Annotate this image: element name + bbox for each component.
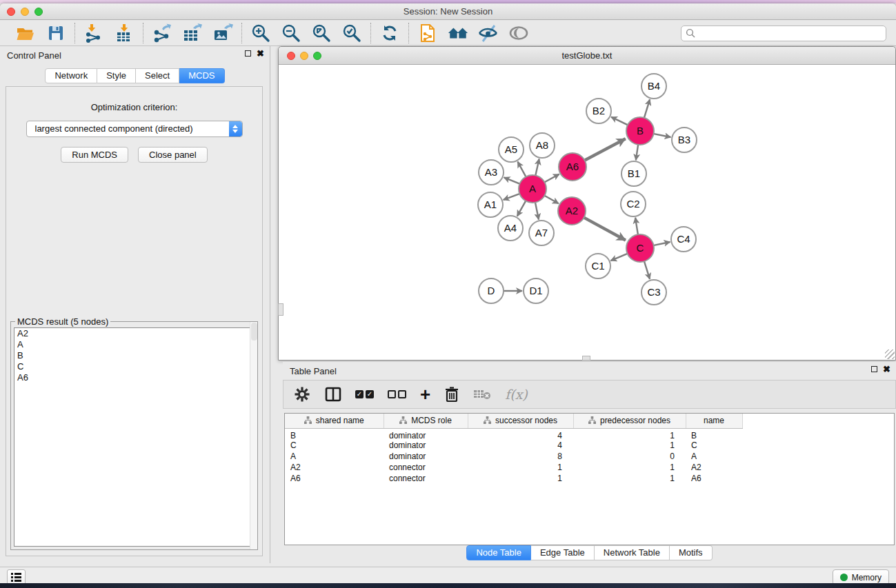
tab-style[interactable]: Style: [97, 68, 136, 83]
edge-B-B2[interactable]: [611, 117, 629, 125]
delete-column-icon[interactable]: [444, 384, 459, 405]
splitter-handle-left[interactable]: [278, 303, 283, 316]
cell-predecessor_nodes[interactable]: 1: [573, 440, 686, 452]
save-session-icon[interactable]: [46, 23, 66, 43]
cell-shared_name[interactable]: A2: [285, 462, 384, 473]
mcds-result-list[interactable]: A2ABCA6: [14, 327, 255, 547]
criterion-select[interactable]: largest connected component (directed): [26, 121, 243, 137]
node-A[interactable]: A: [519, 175, 546, 203]
cell-mcds_role[interactable]: connector: [384, 473, 468, 484]
run-mcds-button[interactable]: Run MCDS: [61, 147, 128, 163]
zoom-fit-icon[interactable]: [311, 23, 332, 43]
table-row[interactable]: Bdominator41B: [285, 428, 894, 440]
table-row[interactable]: Cdominator41C: [285, 440, 894, 452]
network-graph[interactable]: AA1A2A3A4A5A6A7A8BB1B2B3B4CC1C2C3C4DD1: [279, 65, 895, 360]
show-graphics-icon[interactable]: [508, 23, 529, 43]
cell-name[interactable]: C: [686, 440, 742, 452]
tab-motifs[interactable]: Motifs: [670, 545, 713, 560]
node-A3[interactable]: A3: [479, 160, 504, 185]
cell-successor_nodes[interactable]: 8: [468, 451, 573, 462]
cell-mcds_role[interactable]: dominator: [384, 440, 468, 452]
edge-A-A4[interactable]: [517, 200, 526, 216]
cell-mcds_role[interactable]: dominator: [384, 451, 468, 462]
cell-mcds_role[interactable]: connector: [384, 462, 468, 473]
mcds-result-item[interactable]: A6: [14, 372, 254, 383]
tab-mcds[interactable]: MCDS: [179, 68, 224, 83]
zoom-selected-icon[interactable]: [341, 23, 362, 43]
export-network-icon[interactable]: [152, 23, 172, 43]
mcds-result-item[interactable]: A2: [14, 328, 254, 339]
cell-predecessor_nodes[interactable]: 1: [573, 428, 686, 440]
node-B[interactable]: B: [626, 117, 654, 145]
edge-A-A8[interactable]: [535, 159, 539, 177]
function-builder-icon[interactable]: f(x): [505, 384, 528, 405]
table-row[interactable]: A2connector11A2: [285, 462, 894, 473]
cell-predecessor_nodes[interactable]: 1: [573, 462, 686, 473]
node-B4[interactable]: B4: [641, 74, 666, 99]
column-header-name[interactable]: name: [686, 414, 742, 428]
cell-name[interactable]: A2: [686, 462, 742, 473]
edge-A-A3[interactable]: [504, 177, 521, 184]
node-B1[interactable]: B1: [621, 161, 646, 186]
cell-mcds_role[interactable]: dominator: [384, 428, 468, 440]
cell-name[interactable]: A6: [686, 473, 742, 484]
cell-shared_name[interactable]: B: [285, 428, 384, 440]
cell-successor_nodes[interactable]: 1: [468, 473, 573, 484]
cell-shared_name[interactable]: A6: [285, 473, 384, 484]
column-header-shared-name[interactable]: shared name: [285, 414, 384, 428]
split-view-icon[interactable]: [325, 384, 341, 405]
import-network-icon[interactable]: [83, 23, 104, 43]
table-row[interactable]: A6connector11A6: [285, 473, 894, 484]
cell-successor_nodes[interactable]: 4: [468, 440, 573, 452]
splitter-handle-bottom[interactable]: [582, 356, 590, 361]
node-C4[interactable]: C4: [671, 227, 696, 252]
edge-A-A2[interactable]: [544, 195, 559, 203]
mcds-result-item[interactable]: C: [14, 361, 254, 372]
cell-shared_name[interactable]: C: [285, 440, 384, 452]
node-A8[interactable]: A8: [530, 133, 555, 158]
deselect-all-icon[interactable]: [388, 384, 406, 405]
cell-successor_nodes[interactable]: 4: [468, 428, 573, 440]
edge-A-A7[interactable]: [535, 201, 539, 220]
network-canvas[interactable]: AA1A2A3A4A5A6A7A8BB1B2B3B4CC1C2C3C4DD1: [279, 65, 895, 360]
edge-C-C2[interactable]: [635, 218, 638, 236]
refresh-icon[interactable]: [379, 23, 400, 43]
edge-A-A1[interactable]: [504, 193, 521, 200]
edge-A6-B[interactable]: [584, 139, 626, 161]
node-C[interactable]: C: [626, 234, 654, 262]
tab-network[interactable]: Network: [45, 68, 97, 83]
export-table-icon[interactable]: [182, 23, 203, 43]
node-C2[interactable]: C2: [621, 192, 646, 216]
tab-edge-table[interactable]: Edge Table: [531, 545, 595, 560]
result-scrollbar[interactable]: [250, 322, 257, 549]
edge-A2-C[interactable]: [583, 217, 626, 241]
cell-successor_nodes[interactable]: 1: [468, 462, 573, 473]
resize-grip-icon[interactable]: [885, 349, 895, 359]
zoom-out-icon[interactable]: [281, 23, 301, 43]
node-C3[interactable]: C3: [641, 280, 666, 305]
home-icon[interactable]: [448, 23, 468, 43]
cell-predecessor_nodes[interactable]: 0: [573, 451, 686, 462]
float-panel-icon[interactable]: [245, 50, 251, 57]
zoom-in-icon[interactable]: [250, 23, 271, 43]
cell-shared_name[interactable]: A: [285, 451, 384, 462]
delete-table-icon[interactable]: [473, 384, 491, 405]
node-A2[interactable]: A2: [558, 197, 586, 225]
edge-A-A5[interactable]: [518, 162, 527, 179]
edge-C-C4[interactable]: [653, 242, 670, 245]
node-B2[interactable]: B2: [586, 99, 611, 123]
edge-B-B1[interactable]: [636, 143, 639, 160]
network-window-titlebar[interactable]: testGlobe.txt: [279, 47, 895, 65]
close-table-panel-icon[interactable]: ✖: [883, 365, 890, 373]
tab-select[interactable]: Select: [136, 68, 179, 83]
tab-node-table[interactable]: Node Table: [466, 545, 531, 560]
column-header-predecessor-nodes[interactable]: predecessor nodes: [573, 414, 686, 428]
edge-C-C1[interactable]: [610, 253, 628, 261]
search-input[interactable]: [695, 28, 882, 38]
node-A1[interactable]: A1: [478, 192, 503, 217]
node-D1[interactable]: D1: [524, 278, 548, 303]
cell-name[interactable]: B: [686, 428, 742, 440]
add-column-icon[interactable]: +: [420, 384, 430, 405]
node-D[interactable]: D: [479, 278, 504, 303]
select-all-icon[interactable]: ✓✓: [355, 384, 374, 405]
